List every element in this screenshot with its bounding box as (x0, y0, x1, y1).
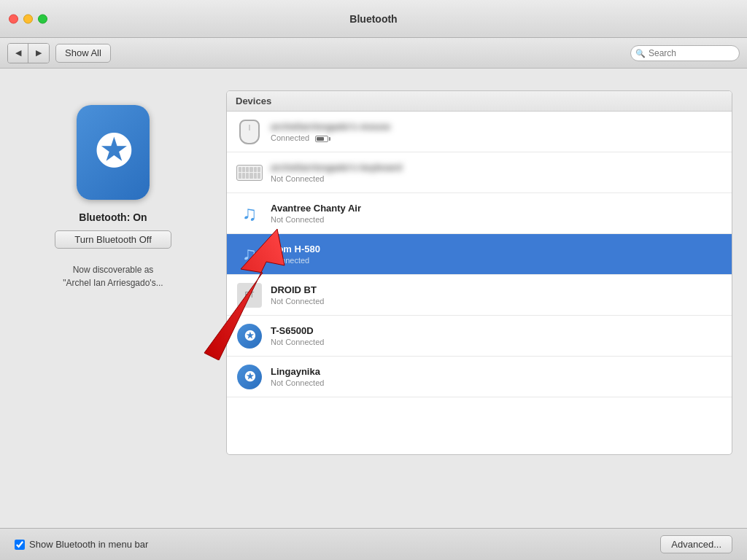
turn-off-button[interactable]: Turn Bluetooth Off (55, 230, 171, 249)
devices-header: Devices (227, 91, 732, 112)
maximize-button[interactable] (38, 14, 47, 23)
music-icon-selected: ♫ (236, 241, 263, 268)
show-in-menubar-wrap: Show Bluetooth in menu bar (15, 539, 148, 550)
device-name: Lingaynika (271, 366, 723, 377)
device-status: Not Connected (271, 215, 723, 224)
show-in-menubar-checkbox[interactable] (15, 540, 25, 550)
bluetooth-status: Bluetooth: On (79, 211, 147, 223)
show-all-button[interactable]: Show All (55, 44, 111, 63)
device-item-droid[interactable]: BT DROID BT Not Connected (227, 275, 732, 316)
toolbar: ◀ ▶ Show All 🔍 (0, 38, 747, 69)
keyboard-icon (236, 159, 263, 187)
back-button[interactable]: ◀ (8, 44, 28, 63)
device-name: Com H-580 (271, 244, 723, 254)
device-item-ts6500d[interactable]: ✪ T-S6500D Not Connected (227, 316, 732, 357)
bluetooth-symbol: ✪ (95, 131, 131, 174)
device-name: archeliarriesgado's mouse (271, 121, 723, 132)
search-icon: 🔍 (635, 48, 646, 58)
title-bar: Bluetooth (0, 0, 747, 38)
device-info: Com H-580 Connected (271, 244, 723, 265)
device-info: Avantree Chanty Air Not Connected (271, 203, 723, 224)
device-item-lingaynika[interactable]: ✪ Lingaynika Not Connected (227, 357, 732, 397)
device-status: Connected (271, 256, 723, 265)
device-status: Not Connected (271, 378, 723, 387)
device-status: Connected (271, 133, 723, 142)
device-item-comh580[interactable]: ♫ Com H-580 Connected (227, 234, 732, 275)
device-item-avantree[interactable]: ♫ Avantree Chanty Air Not Connected (227, 193, 732, 234)
battery-icon (315, 136, 330, 142)
device-info: Lingaynika Not Connected (271, 366, 723, 387)
device-info: archeliarriesgado's keyboard Not Connect… (271, 162, 723, 183)
music-icon: ♫ (236, 200, 263, 228)
device-info: archeliarriesgado's mouse Connected (271, 121, 723, 142)
bluetooth-device-icon: ✪ (236, 322, 263, 350)
minimize-button[interactable] (23, 14, 33, 23)
device-name: DROID BT (271, 284, 723, 295)
device-item-keyboard[interactable]: archeliarriesgado's keyboard Not Connect… (227, 152, 732, 193)
search-input[interactable] (630, 45, 740, 61)
nav-buttons: ◀ ▶ (7, 43, 50, 63)
device-status: Not Connected (271, 174, 723, 183)
window-title: Bluetooth (349, 13, 397, 25)
device-name: Avantree Chanty Air (271, 203, 723, 214)
bluetooth-icon: ✪ (77, 105, 150, 200)
mouse-icon (236, 118, 263, 146)
device-status: Not Connected (271, 338, 723, 346)
left-panel: ✪ Bluetooth: On Turn Bluetooth Off Now d… (15, 83, 212, 545)
bottom-bar: Show Bluetooth in menu bar Advanced... (0, 528, 747, 560)
bluetooth-device-icon-2: ✪ (236, 363, 263, 391)
forward-button[interactable]: ▶ (28, 44, 49, 63)
device-item-mouse[interactable]: archeliarriesgado's mouse Connected (227, 112, 732, 152)
device-name: T-S6500D (271, 325, 723, 336)
droid-icon: BT (236, 281, 263, 309)
device-status: Not Connected (271, 297, 723, 306)
search-box: 🔍 (630, 45, 740, 61)
show-in-menubar-label[interactable]: Show Bluetooth in menu bar (29, 539, 148, 550)
main-content: ✪ Bluetooth: On Turn Bluetooth Off Now d… (0, 69, 747, 560)
traffic-lights (9, 14, 47, 23)
close-button[interactable] (9, 14, 18, 23)
device-info: DROID BT Not Connected (271, 284, 723, 306)
devices-panel: Devices archeliarriesgado's mouse Connec… (226, 90, 732, 455)
device-info: T-S6500D Not Connected (271, 325, 723, 346)
advanced-button[interactable]: Advanced... (660, 535, 732, 553)
discoverable-text: Now discoverable as"Archel Ian Arriesgad… (63, 263, 163, 289)
device-name: archeliarriesgado's keyboard (271, 162, 723, 173)
